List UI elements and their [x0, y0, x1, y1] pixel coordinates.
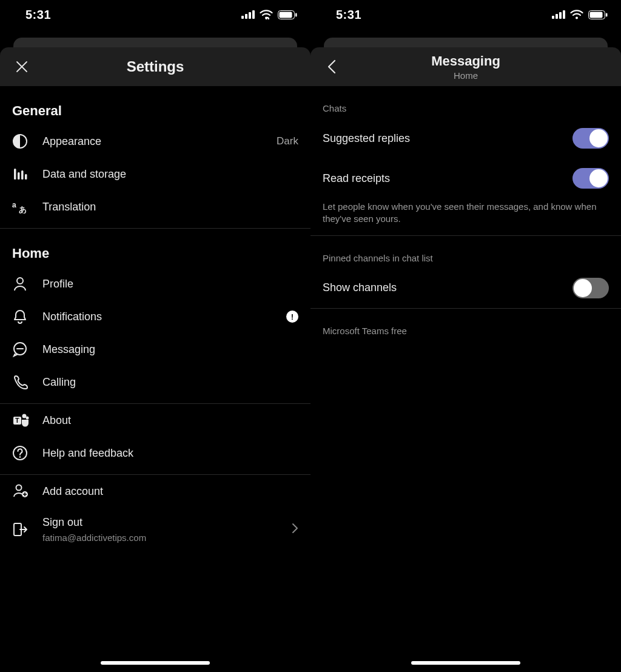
row-data-storage[interactable]: Data and storage [0, 158, 310, 190]
status-time: 5:31 [25, 8, 51, 22]
row-signout[interactable]: Sign out fatima@addictivetips.com [0, 508, 310, 551]
add-person-icon [12, 483, 29, 499]
status-icons [241, 10, 297, 19]
status-bar-left: 5:31 [0, 0, 310, 29]
row-label: Help and feedback [42, 447, 298, 460]
svg-text:あ: あ [19, 205, 27, 213]
svg-point-4 [265, 17, 267, 19]
row-suggested-replies[interactable]: Suggested replies [310, 118, 621, 158]
row-about[interactable]: T About [0, 404, 310, 437]
section-teams-free: Microsoft Teams free [310, 309, 621, 341]
messaging-body: Chats Suggested replies Read receipts Le… [310, 86, 621, 672]
cellular-icon [241, 10, 255, 19]
battery-icon [588, 10, 608, 19]
signout-label: Sign out [42, 516, 291, 529]
row-show-channels[interactable]: Show channels [310, 268, 621, 308]
close-button[interactable] [4, 49, 40, 85]
row-profile[interactable]: Profile [0, 267, 310, 300]
chevron-left-icon [326, 59, 338, 75]
row-label: Notifications [42, 311, 286, 323]
phone-icon [12, 374, 28, 390]
svg-rect-27 [552, 16, 554, 19]
chat-icon [12, 341, 28, 357]
translate-icon: aあ [12, 200, 29, 213]
header-bar: Messaging Home [310, 47, 621, 86]
teams-icon: T [12, 412, 29, 428]
svg-rect-28 [556, 14, 558, 19]
svg-rect-11 [21, 170, 24, 180]
svg-text:a: a [12, 201, 16, 209]
toggle-knob [589, 169, 608, 187]
header-stack: Messaging Home [310, 29, 621, 86]
svg-rect-33 [590, 12, 603, 18]
page-title: Messaging [431, 53, 500, 69]
svg-rect-3 [252, 10, 255, 19]
bars-icon [12, 166, 28, 182]
row-translation[interactable]: aあ Translation [0, 190, 310, 223]
toggle-show-channels[interactable] [572, 278, 609, 298]
svg-point-23 [19, 456, 21, 458]
signout-icon [12, 522, 28, 537]
row-calling[interactable]: Calling [0, 366, 310, 398]
row-appearance[interactable]: Appearance Dark [0, 125, 310, 158]
row-label: Add account [42, 485, 298, 498]
section-general: General [0, 86, 310, 125]
svg-point-21 [26, 417, 29, 420]
section-home: Home [0, 229, 310, 267]
battery-icon [278, 10, 297, 19]
read-receipts-hint: Let people know when you've seen their m… [310, 198, 621, 235]
svg-rect-29 [559, 12, 562, 19]
toggle-read-receipts[interactable] [572, 168, 609, 189]
svg-rect-12 [25, 174, 27, 180]
cellular-icon [552, 10, 565, 19]
row-label: Read receipts [323, 172, 390, 185]
row-label: Messaging [42, 343, 298, 356]
svg-rect-1 [245, 14, 247, 19]
svg-rect-6 [280, 12, 292, 18]
row-label: About [42, 414, 298, 427]
status-time: 5:31 [336, 8, 361, 22]
row-label: Show channels [323, 281, 397, 294]
home-indicator[interactable] [411, 661, 520, 665]
settings-body: General Appearance Dark Data and storage… [0, 86, 310, 672]
svg-rect-0 [241, 16, 244, 19]
toggle-knob [589, 129, 608, 147]
row-add-account[interactable]: Add account [0, 475, 310, 508]
row-notifications[interactable]: Notifications ! [0, 300, 310, 333]
status-bar-right: 5:31 [310, 0, 621, 29]
wifi-icon [260, 10, 273, 19]
settings-screen: 5:31 Settings General Appearance Dark [0, 0, 310, 672]
bell-icon [12, 309, 28, 324]
messaging-screen: 5:31 Messaging Home Chats Suggested repl… [310, 0, 621, 672]
close-icon [15, 59, 29, 74]
signout-email: fatima@addictivetips.com [42, 533, 291, 543]
row-value: Dark [277, 135, 298, 147]
row-help[interactable]: Help and feedback [0, 437, 310, 469]
back-button[interactable] [314, 49, 351, 85]
row-messaging[interactable]: Messaging [0, 333, 310, 366]
help-icon [12, 445, 28, 461]
row-read-receipts[interactable]: Read receipts [310, 158, 621, 198]
toggle-suggested-replies[interactable] [572, 128, 609, 149]
svg-rect-7 [295, 13, 297, 16]
person-icon [12, 276, 28, 292]
svg-point-15 [17, 278, 23, 284]
alert-badge-icon: ! [286, 311, 298, 323]
svg-point-20 [22, 414, 27, 418]
home-indicator[interactable] [101, 661, 210, 665]
row-label: Appearance [42, 135, 277, 148]
header-stack: Settings [0, 29, 310, 86]
row-label: Translation [42, 201, 298, 213]
svg-rect-10 [18, 172, 20, 180]
page-subtitle: Home [454, 70, 478, 81]
wifi-icon [570, 10, 583, 19]
header-bar: Settings [0, 47, 310, 86]
row-label: Profile [42, 278, 298, 291]
row-label: Calling [42, 376, 298, 389]
svg-point-24 [16, 485, 22, 491]
svg-rect-30 [563, 10, 565, 19]
chevron-right-icon [291, 523, 298, 536]
section-chats: Chats [310, 86, 621, 118]
svg-text:T: T [15, 417, 19, 424]
row-label: Data and storage [42, 168, 298, 181]
